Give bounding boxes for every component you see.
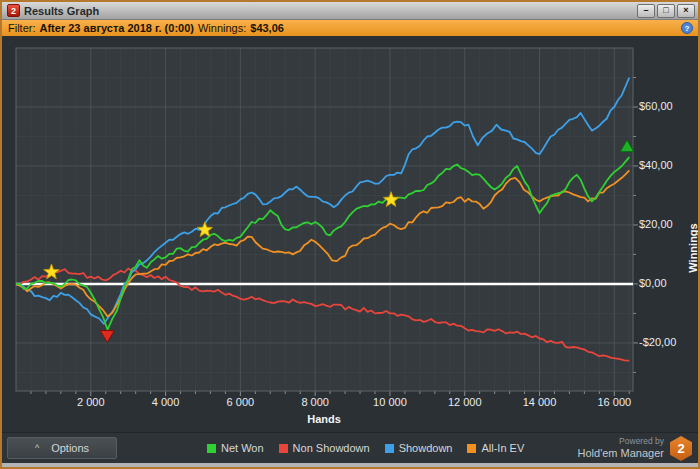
x-tick-label: 16 000 bbox=[597, 396, 631, 408]
filter-bar: Filter: After 23 августа 2018 г. (0:00) … bbox=[2, 20, 698, 36]
branding: Powered by Hold'em Manager 2 bbox=[578, 436, 692, 461]
x-tick-label: 8 000 bbox=[301, 396, 329, 408]
y-tick-label: -$20,00 bbox=[639, 336, 676, 348]
hm2-logo-icon: 2 bbox=[670, 436, 692, 461]
chevron-up-icon: ^ bbox=[35, 443, 39, 453]
app-icon: 2 bbox=[7, 4, 20, 17]
legend-label: All-In EV bbox=[481, 442, 524, 454]
winnings-label: Winnings: bbox=[198, 22, 246, 34]
results-graph-window: 2 Results Graph – □ × Filter: After 23 а… bbox=[0, 0, 700, 469]
y-tick-label: $0,00 bbox=[639, 277, 667, 289]
plot-canvas bbox=[16, 48, 633, 391]
x-axis-title: Hands bbox=[307, 413, 341, 425]
y-tick-label: $40,00 bbox=[639, 159, 673, 171]
maximize-button[interactable]: □ bbox=[657, 4, 675, 18]
legend-item-non-showdown: Non Showdown bbox=[279, 442, 370, 454]
help-icon[interactable]: ? bbox=[681, 22, 693, 34]
x-tick-label: 4 000 bbox=[152, 396, 180, 408]
x-tick-label: 2 000 bbox=[77, 396, 105, 408]
window-title: Results Graph bbox=[24, 5, 635, 17]
y-tick-label: $60,00 bbox=[639, 100, 673, 112]
bottom-bar: ^ Options Net WonNon ShowdownShowdownAll… bbox=[2, 432, 698, 463]
legend-swatch-icon bbox=[385, 444, 394, 453]
legend-item-showdown: Showdown bbox=[385, 442, 453, 454]
minimize-button[interactable]: – bbox=[637, 4, 655, 18]
x-tick-label: 14 000 bbox=[523, 396, 557, 408]
legend-label: Net Won bbox=[221, 442, 264, 454]
winnings-value: $43,06 bbox=[250, 22, 284, 34]
legend-label: Non Showdown bbox=[293, 442, 370, 454]
window-resize-strip bbox=[2, 463, 698, 467]
legend-label: Showdown bbox=[399, 442, 453, 454]
filter-value[interactable]: After 23 августа 2018 г. (0:00) bbox=[40, 22, 194, 34]
x-tick-label: 12 000 bbox=[448, 396, 482, 408]
legend: Net WonNon ShowdownShowdownAll-In EV bbox=[207, 433, 524, 463]
legend-swatch-icon bbox=[467, 444, 476, 453]
close-button[interactable]: × bbox=[677, 4, 695, 18]
title-bar: 2 Results Graph – □ × bbox=[2, 2, 698, 20]
x-tick-label: 6 000 bbox=[227, 396, 255, 408]
powered-by-label: Powered by bbox=[578, 437, 664, 447]
options-button[interactable]: ^ Options bbox=[7, 437, 117, 459]
y-tick-label: $20,00 bbox=[639, 218, 673, 230]
brand-name: Hold'em Manager bbox=[578, 447, 664, 460]
legend-swatch-icon bbox=[279, 444, 288, 453]
legend-item-net-won: Net Won bbox=[207, 442, 264, 454]
x-tick-label: 10 000 bbox=[373, 396, 407, 408]
options-button-label: Options bbox=[51, 442, 89, 454]
filter-label: Filter: bbox=[8, 22, 36, 34]
legend-swatch-icon bbox=[207, 444, 216, 453]
y-axis-title: Winnings bbox=[687, 213, 699, 283]
winnings-graph: Hands Winnings 2 0004 0006 0008 00010 00… bbox=[2, 36, 698, 432]
legend-item-all-in-ev: All-In EV bbox=[467, 442, 524, 454]
